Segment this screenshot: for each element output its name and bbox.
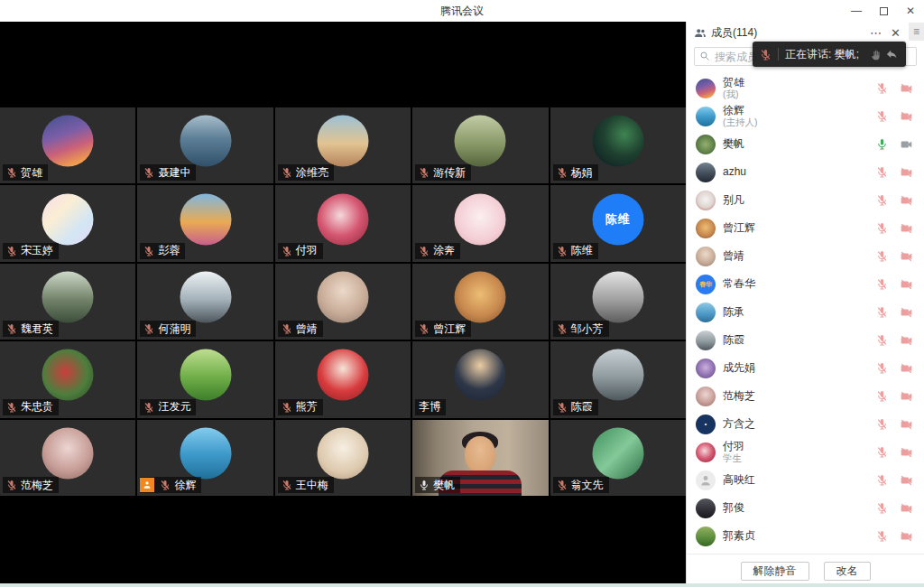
mic-muted-icon <box>557 402 568 413</box>
member-list-item[interactable]: 郭素贞 <box>687 522 924 550</box>
member-list-item[interactable]: 春华 常春华 <box>687 270 924 298</box>
member-list-item[interactable]: 别凡 <box>687 186 924 214</box>
mic-muted-icon <box>876 530 888 542</box>
minimize-button[interactable]: — <box>851 5 862 16</box>
member-name: 常春华 <box>723 278 869 291</box>
tile-name-label: 王中梅 <box>278 477 334 493</box>
member-list-item[interactable]: 郭俊 <box>687 494 924 522</box>
mic-active-icon <box>419 480 430 490</box>
mic-muted-icon <box>557 167 568 178</box>
rename-button[interactable]: 改名 <box>824 562 871 581</box>
video-tile[interactable]: 范梅芝 <box>0 420 135 496</box>
member-list[interactable]: 贺雄 (我) <box>687 70 924 554</box>
panel-menu-icon[interactable]: ≡ <box>909 23 924 41</box>
video-tile[interactable]: 付羽 <box>275 185 411 261</box>
member-list-item[interactable]: 成先娟 <box>687 354 924 382</box>
member-list-item[interactable]: 贺雄 (我) <box>687 74 924 102</box>
member-role-label: 学生 <box>723 452 869 463</box>
tile-name-label: 汪发元 <box>140 399 196 415</box>
video-tile[interactable]: 熊芳 <box>275 341 411 417</box>
camera-on-icon <box>900 138 913 151</box>
video-tile[interactable]: 贺雄 <box>0 107 135 183</box>
avatar <box>696 387 716 406</box>
camera-off-icon <box>900 110 913 123</box>
video-tile[interactable]: 曾靖 <box>275 264 411 340</box>
video-tile[interactable]: 樊帆 <box>412 420 548 496</box>
video-tile[interactable]: 李博 <box>412 341 548 417</box>
video-tile[interactable]: 何蒲明 <box>137 264 273 340</box>
mic-muted-icon <box>876 334 888 346</box>
member-name: 郭素贞 <box>723 530 869 543</box>
participant-name: 涂维亮 <box>296 165 328 181</box>
member-name: 贺雄 <box>723 77 869 89</box>
video-tile[interactable]: 曾江辉 <box>412 264 548 340</box>
mic-muted-icon <box>876 194 888 206</box>
video-tile[interactable]: 游传新 <box>412 107 548 183</box>
video-tile[interactable]: 邹小芳 <box>550 264 686 340</box>
avatar: • <box>696 415 716 434</box>
avatar <box>592 271 643 322</box>
avatar <box>317 193 368 245</box>
close-button[interactable]: ✕ <box>906 5 915 16</box>
avatar <box>696 191 716 210</box>
video-tile[interactable]: 宋玉婷 <box>0 185 135 261</box>
member-list-item[interactable]: 范梅芝 <box>687 382 924 410</box>
avatar <box>696 359 716 378</box>
avatar <box>180 271 231 322</box>
participant-name: 朱忠贵 <box>21 399 53 415</box>
more-icon[interactable]: ⋯ <box>870 27 882 39</box>
participant-name: 曾靖 <box>296 321 318 337</box>
member-list-item[interactable]: 高映红 <box>687 466 924 494</box>
member-list-item[interactable]: 陈承 <box>687 298 924 326</box>
video-tile[interactable]: 徐辉 <box>137 420 273 496</box>
member-list-item[interactable]: 徐辉 (主持人) <box>687 102 924 130</box>
member-list-item[interactable]: 陈霞 <box>687 326 924 354</box>
video-tile[interactable]: 陈霞 <box>550 341 686 417</box>
video-tile[interactable]: 王中梅 <box>275 420 411 496</box>
panel-footer: 解除静音 改名 <box>687 554 924 587</box>
video-stage: 贺雄 聂建中 <box>0 22 686 587</box>
participant-name: 范梅芝 <box>21 478 53 493</box>
video-tile[interactable]: 陈维 陈维 <box>550 185 686 261</box>
member-list-item[interactable]: 曾靖 <box>687 242 924 270</box>
members-panel: 成员(114) ⋯ ✕ ≡ 正在讲话: 樊帆; <box>686 22 924 587</box>
unmute-button[interactable]: 解除静音 <box>741 562 809 581</box>
member-list-item[interactable]: azhu <box>687 158 924 186</box>
member-list-item[interactable]: 付羽 学生 <box>687 438 924 466</box>
avatar <box>696 247 716 266</box>
mic-muted-icon <box>282 167 292 178</box>
participant-name: 杨娟 <box>571 165 593 181</box>
member-list-item[interactable]: • 方含之 <box>687 410 924 438</box>
tile-name-label: 魏君英 <box>3 321 59 337</box>
video-tile[interactable]: 涂维亮 <box>275 107 411 183</box>
tile-name-label: 徐辉 <box>140 477 201 493</box>
video-tile[interactable]: 魏君英 <box>0 264 135 340</box>
video-grid: 贺雄 聂建中 <box>0 107 686 496</box>
camera-off-icon <box>900 334 913 347</box>
video-tile[interactable]: 杨娟 <box>550 107 686 183</box>
mic-muted-icon <box>6 323 17 334</box>
tile-name-label: 陈维 <box>553 243 598 259</box>
video-tile[interactable]: 翁文先 <box>550 420 686 496</box>
video-tile[interactable]: 聂建中 <box>137 107 273 183</box>
avatar <box>180 427 231 479</box>
video-tile[interactable]: 朱忠贵 <box>0 341 135 417</box>
member-list-item[interactable]: 曾江辉 <box>687 214 924 242</box>
video-tile[interactable]: 彭蓉 <box>137 185 273 261</box>
mic-muted-icon <box>419 246 430 256</box>
mic-muted-icon <box>419 323 430 334</box>
mic-muted-icon <box>6 167 17 178</box>
tile-name-label: 陈霞 <box>553 399 598 415</box>
participant-name: 陈维 <box>571 243 593 258</box>
camera-off-icon <box>900 474 913 487</box>
video-tile[interactable]: 汪发元 <box>137 341 273 417</box>
camera-off-icon <box>900 222 913 235</box>
member-list-item[interactable]: 樊帆 <box>687 130 924 158</box>
close-panel-icon[interactable]: ✕ <box>891 27 901 39</box>
maximize-button[interactable] <box>880 7 888 15</box>
participant-name: 曾江辉 <box>433 321 466 337</box>
avatar <box>696 331 716 350</box>
video-tile[interactable]: 涂奔 <box>412 185 548 261</box>
avatar <box>696 303 716 322</box>
avatar: 春华 <box>696 275 716 294</box>
